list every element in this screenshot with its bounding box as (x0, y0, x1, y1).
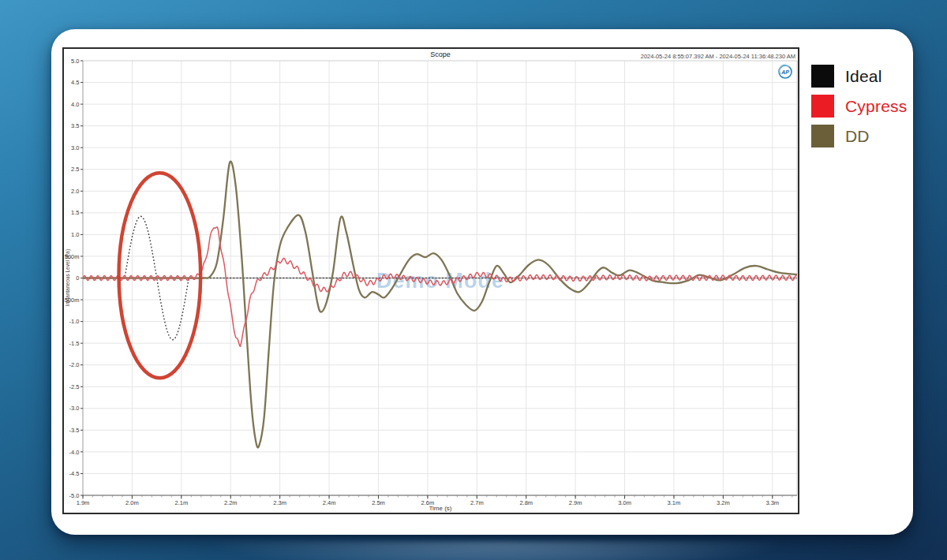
x-tick-label: 2.9m (569, 499, 582, 506)
x-tick-label: 2.1m (174, 499, 188, 506)
x-tick-label: 2.0m (125, 499, 139, 506)
y-tick-label: 2.0 (71, 188, 79, 195)
y-tick-label: -3.0 (69, 405, 80, 412)
y-tick-label: 5.0 (71, 58, 79, 65)
y-tick-label: 1.5 (71, 209, 79, 216)
x-tick-label: 2.8m (519, 499, 533, 506)
y-tick-label: 0 (76, 274, 79, 282)
y-tick-label: 1.0 (71, 231, 79, 238)
y-tick-label: 2.5 (71, 166, 79, 173)
x-tick-label: 3.3m (765, 499, 779, 506)
legend-label-ideal: Ideal (845, 65, 882, 88)
legend-label-cypress: Cypress (845, 95, 907, 118)
x-tick-label: 3.1m (668, 499, 681, 506)
y-tick-label: 3.5 (71, 122, 79, 129)
legend-item-cypress: Cypress (811, 95, 907, 118)
legend-swatch-dd (811, 125, 834, 147)
scope-panel: 1.9m2.0m2.1m2.2m2.3m2.4m2.5m2.6m2.7m2.8m… (62, 47, 799, 514)
y-tick-label: -4.5 (69, 470, 80, 477)
chart-canvas: 1.9m2.0m2.1m2.2m2.3m2.4m2.5m2.6m2.7m2.8m… (64, 49, 798, 513)
legend-item-ideal: Ideal (811, 65, 907, 88)
x-tick-label: 2.2m (224, 499, 238, 506)
legend: IdealCypressDD (811, 65, 907, 147)
y-tick-label: 3.0 (71, 144, 79, 151)
y-tick-label: 4.5 (71, 79, 79, 86)
card-reflection (146, 541, 848, 560)
legend-swatch-ideal (811, 65, 834, 88)
x-tick-label: 2.4m (323, 499, 336, 506)
chart-timestamp: 2024-05-24 8:55:07.392 AM - 2024-05-24 1… (641, 53, 795, 60)
x-tick-label: 2.3m (273, 499, 286, 506)
ap-logo-text: AP (780, 69, 789, 75)
legend-swatch-cypress (811, 95, 834, 118)
x-tick-label: 2.5m (372, 499, 385, 506)
legend-item-dd: DD (811, 125, 907, 147)
y-tick-label: -1.5 (69, 340, 80, 347)
y-tick-label: -5.0 (69, 492, 80, 499)
slide-card: 1.9m2.0m2.1m2.2m2.3m2.4m2.5m2.6m2.7m2.8m… (51, 29, 913, 535)
x-tick-label: 2.7m (470, 499, 484, 506)
y-tick-label: -4.0 (69, 449, 80, 456)
y-tick-label: -1.0 (69, 318, 80, 325)
y-axis-label: Instantaneous Level (Pa) (65, 249, 71, 306)
y-tick-label: 4.0 (71, 101, 79, 108)
y-tick-label: -3.5 (69, 427, 80, 434)
legend-label-dd: DD (845, 125, 870, 147)
chart-title: Scope (430, 50, 451, 58)
ap-logo-icon: AP (779, 65, 792, 78)
y-tick-label: -2.0 (69, 361, 80, 368)
x-axis-label: Time (s) (429, 505, 451, 512)
x-tick-label: 1.9m (77, 499, 90, 506)
y-tick-label: -2.5 (69, 383, 80, 390)
x-tick-label: 3.0m (618, 499, 631, 506)
x-tick-label: 3.2m (717, 499, 730, 506)
